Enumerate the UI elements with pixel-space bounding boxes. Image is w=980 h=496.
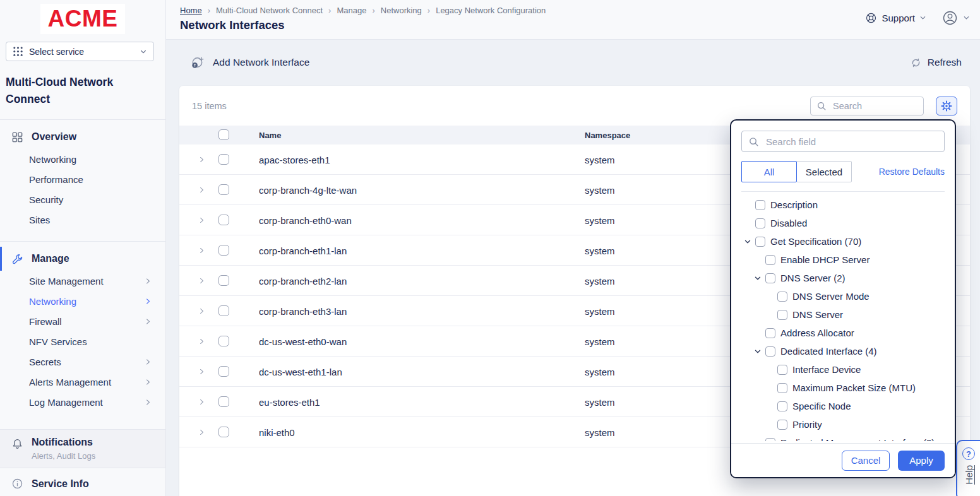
field-label: Specific Node <box>792 401 851 411</box>
field-checkbox[interactable] <box>777 310 787 320</box>
popup-body: All Selected Restore Defaults Descriptio… <box>731 121 955 441</box>
chevron-right-icon <box>198 277 205 284</box>
field-search-input[interactable] <box>765 136 938 148</box>
row-checkbox[interactable] <box>218 336 229 346</box>
field-checkbox[interactable] <box>777 365 787 375</box>
sidebar-item-networking[interactable]: Networking <box>0 149 165 169</box>
breadcrumb-item-multi-cloud-network-connect[interactable]: Multi-Cloud Network Connect <box>216 6 323 15</box>
sidebar-item-label: Sites <box>29 215 50 225</box>
field-checkbox[interactable] <box>765 273 775 283</box>
field-tree-row-priority: Priority <box>741 415 945 434</box>
account-menu[interactable] <box>941 9 970 27</box>
field-checkbox[interactable] <box>755 200 765 210</box>
expand-row-button[interactable] <box>198 247 205 254</box>
sidebar-item-firewall[interactable]: Firewall <box>0 311 165 331</box>
expand-row-button[interactable] <box>198 216 205 223</box>
expand-row-button[interactable] <box>198 338 205 345</box>
row-checkbox[interactable] <box>218 396 229 407</box>
cancel-button[interactable]: Cancel <box>842 451 890 471</box>
sidebar-item-nfv-services[interactable]: NFV Services <box>0 331 165 351</box>
namespace-value: system <box>585 396 615 407</box>
sidebar-section-manage[interactable]: Manage <box>0 247 165 271</box>
sidebar-item-alerts-management[interactable]: Alerts Management <box>0 372 165 392</box>
breadcrumb-item-networking[interactable]: Networking <box>381 6 422 15</box>
field-checkbox[interactable] <box>755 237 765 247</box>
restore-defaults-link[interactable]: Restore Defaults <box>879 167 945 177</box>
sidebar-section-overview[interactable]: Overview <box>0 125 165 149</box>
expand-row-button[interactable] <box>198 368 205 375</box>
support-menu[interactable]: Support <box>865 12 926 24</box>
field-tree-row-dedicated-interface-4: Dedicated Interface (4) <box>741 342 945 360</box>
expand-row-button[interactable] <box>198 428 205 435</box>
search-input[interactable] <box>832 100 917 112</box>
help-tab[interactable]: ? Help <box>956 440 980 496</box>
namespace-value: system <box>585 427 615 437</box>
row-checkbox[interactable] <box>218 305 229 316</box>
row-checkbox[interactable] <box>218 366 229 377</box>
row-checkbox[interactable] <box>218 245 229 256</box>
caret-down-icon[interactable] <box>754 275 762 282</box>
field-checkbox[interactable] <box>777 401 787 411</box>
column-settings-button[interactable] <box>936 97 957 115</box>
row-checkbox[interactable] <box>218 427 229 437</box>
caret-down-icon[interactable] <box>754 348 762 355</box>
field-tree-row-disabled: Disabled <box>741 214 945 232</box>
tab-selected[interactable]: Selected <box>796 161 852 182</box>
expand-row-button[interactable] <box>198 156 205 163</box>
sidebar-item-sites[interactable]: Sites <box>0 210 165 230</box>
field-checkbox[interactable] <box>777 383 787 393</box>
field-tree-row-dns-server: DNS Server <box>741 305 945 324</box>
field-tree-row-address-allocator: Address Allocator <box>741 324 945 342</box>
sidebar-item-performance[interactable]: Performance <box>0 169 165 189</box>
field-checkbox[interactable] <box>777 420 787 430</box>
expand-row-button[interactable] <box>198 307 205 314</box>
apply-button[interactable]: Apply <box>898 451 945 471</box>
breadcrumb-item-manage[interactable]: Manage <box>337 6 366 15</box>
field-settings-popup: All Selected Restore Defaults Descriptio… <box>730 119 956 478</box>
breadcrumb-separator: › <box>372 6 374 15</box>
sidebar-item-networking[interactable]: Networking <box>0 291 165 311</box>
field-checkbox[interactable] <box>777 292 787 302</box>
sidebar-item-secrets[interactable]: Secrets <box>0 351 165 372</box>
grid-squares-icon <box>11 131 23 143</box>
service-info-label: Service Info <box>32 478 89 490</box>
row-checkbox[interactable] <box>218 275 229 286</box>
sidebar-item-site-management[interactable]: Site Management <box>0 271 165 291</box>
caret-down-icon[interactable] <box>744 238 751 245</box>
add-interface-icon <box>191 56 205 69</box>
add-network-interface-button[interactable]: Add Network Interface <box>191 56 309 69</box>
field-label: Priority <box>792 419 822 430</box>
field-checkbox[interactable] <box>765 346 775 357</box>
page-toolbar: Add Network Interface Refresh <box>179 47 970 78</box>
chevron-right-icon <box>145 298 152 305</box>
breadcrumb-separator: › <box>328 6 331 15</box>
sidebar-item-service-info[interactable]: Service Info <box>0 478 165 490</box>
sidebar-item-security[interactable]: Security <box>0 189 165 210</box>
breadcrumb-item-home[interactable]: Home <box>180 6 202 15</box>
sidebar-item-label: Site Management <box>29 276 104 286</box>
field-checkbox[interactable] <box>765 328 775 338</box>
row-checkbox[interactable] <box>218 215 229 225</box>
sidebar-item-notifications[interactable]: Notifications Alerts, Audit Logs <box>0 429 165 468</box>
expand-row-button[interactable] <box>198 398 205 405</box>
caret-down-icon[interactable] <box>754 439 762 442</box>
field-checkbox[interactable] <box>765 438 775 442</box>
namespace-value: system <box>585 215 615 225</box>
select-service-dropdown[interactable]: Select service <box>6 42 154 61</box>
items-count: 15 items <box>192 101 227 111</box>
tab-all[interactable]: All <box>741 161 797 182</box>
field-checkbox[interactable] <box>765 255 775 265</box>
expand-row-button[interactable] <box>198 277 205 284</box>
field-label: Maximum Packet Size (MTU) <box>792 382 916 393</box>
row-checkbox[interactable] <box>218 154 229 165</box>
sidebar: ACME Select service Multi-Cloud Network … <box>0 0 166 496</box>
refresh-button[interactable]: Refresh <box>910 57 962 69</box>
select-all-checkbox[interactable] <box>218 129 229 140</box>
field-label: Enable DHCP Server <box>780 254 869 265</box>
field-tree-row-description: Description <box>741 196 945 214</box>
expand-row-button[interactable] <box>198 186 205 193</box>
breadcrumb-separator: › <box>427 6 430 15</box>
sidebar-item-log-management[interactable]: Log Management <box>0 392 165 412</box>
field-checkbox[interactable] <box>755 218 765 228</box>
row-checkbox[interactable] <box>218 184 229 195</box>
